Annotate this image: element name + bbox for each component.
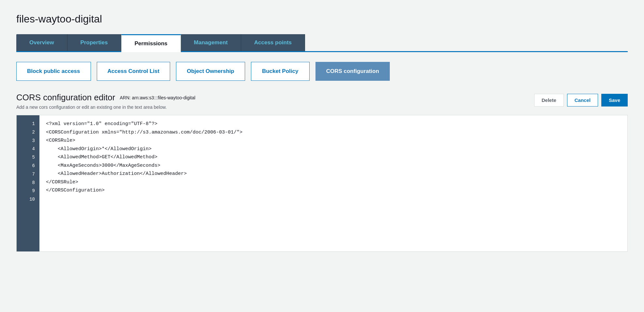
code-textarea[interactable] xyxy=(39,115,627,251)
delete-button[interactable]: Delete xyxy=(534,94,564,106)
btn-access-control-list[interactable]: Access Control List xyxy=(97,62,170,81)
btn-block-public-access[interactable]: Block public access xyxy=(16,62,91,81)
line-num-8: 8 xyxy=(17,179,39,187)
cors-arn-label: ARN: xyxy=(120,95,130,100)
line-num-3: 3 xyxy=(17,137,39,145)
save-button[interactable]: Save xyxy=(601,94,628,106)
line-num-1: 1 xyxy=(17,120,39,128)
cors-arn: ARN: arn:aws:s3:::files-waytoo-digital xyxy=(120,95,195,100)
cors-arn-value: arn:aws:s3:::files-waytoo-digital xyxy=(132,95,196,100)
btn-object-ownership[interactable]: Object Ownership xyxy=(176,62,245,81)
section-buttons: Block public access Access Control List … xyxy=(16,62,628,81)
btn-bucket-policy[interactable]: Bucket Policy xyxy=(251,62,310,81)
cors-subtitle: Add a new cors configuration or edit an … xyxy=(16,105,534,110)
page-title: files-waytoo-digital xyxy=(16,13,628,25)
line-num-4: 4 xyxy=(17,145,39,153)
tabs-bar: Overview Properties Permissions Manageme… xyxy=(16,34,628,52)
line-num-7: 7 xyxy=(17,170,39,179)
cors-actions: Delete Cancel Save xyxy=(534,94,628,106)
code-editor: 1 2 3 4 5 6 7 8 9 10 xyxy=(16,115,628,252)
tab-access-points[interactable]: Access points xyxy=(241,34,305,51)
cors-title-text: CORS configuration editor xyxy=(16,92,115,103)
line-num-9: 9 xyxy=(17,187,39,195)
cors-editor-header: CORS configuration editor ARN: arn:aws:s… xyxy=(16,92,628,110)
btn-cors-configuration[interactable]: CORS configuration xyxy=(315,62,390,81)
tab-permissions[interactable]: Permissions xyxy=(121,34,181,52)
line-num-5: 5 xyxy=(17,153,39,162)
line-num-10: 10 xyxy=(17,195,39,204)
tab-properties[interactable]: Properties xyxy=(67,34,121,51)
cors-title: CORS configuration editor ARN: arn:aws:s… xyxy=(16,92,534,103)
cors-title-area: CORS configuration editor ARN: arn:aws:s… xyxy=(16,92,534,110)
line-numbers: 1 2 3 4 5 6 7 8 9 10 xyxy=(17,115,39,251)
page-container: files-waytoo-digital Overview Properties… xyxy=(0,0,644,265)
cancel-button[interactable]: Cancel xyxy=(567,94,598,106)
line-num-6: 6 xyxy=(17,162,39,170)
tab-management[interactable]: Management xyxy=(181,34,241,51)
line-num-2: 2 xyxy=(17,128,39,137)
tab-overview[interactable]: Overview xyxy=(16,34,67,51)
